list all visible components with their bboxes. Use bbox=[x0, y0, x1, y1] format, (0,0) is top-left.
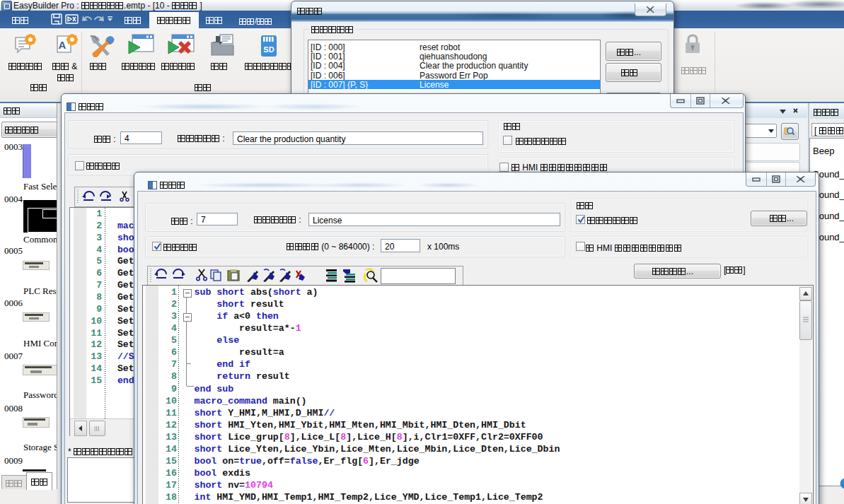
svg-text:A: A bbox=[59, 39, 67, 51]
svg-text:SD: SD bbox=[263, 45, 274, 54]
